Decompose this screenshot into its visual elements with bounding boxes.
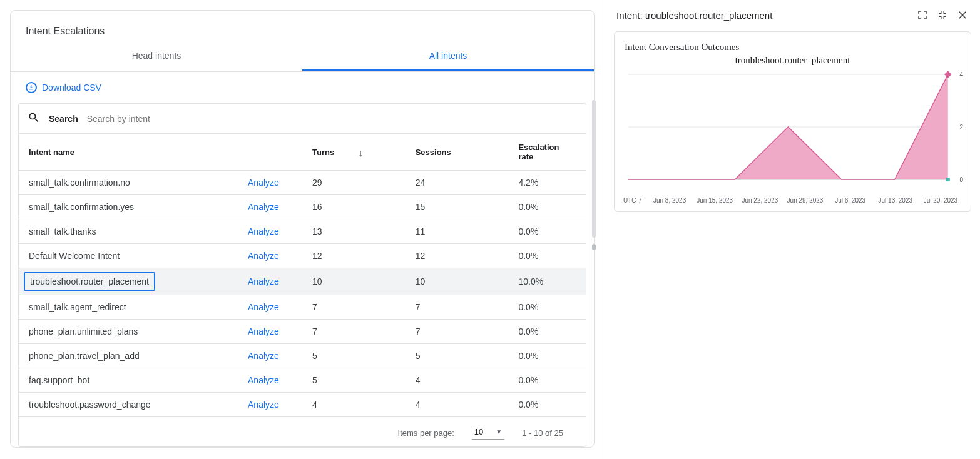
escalation-value: 0.0% — [508, 195, 586, 219]
analyze-link[interactable]: Analyze — [248, 251, 279, 261]
escalation-value: 0.0% — [508, 368, 586, 393]
column-intent-name[interactable]: Intent name — [19, 134, 238, 171]
chart-area: 024 — [622, 71, 963, 196]
turns-value: 10 — [302, 268, 406, 295]
escalation-value: 0.0% — [508, 244, 586, 268]
download-icon — [26, 82, 37, 93]
card-title: Intent Escalations — [11, 11, 594, 42]
x-tick-label: Jun 22, 2023 — [737, 197, 782, 204]
search-icon — [28, 111, 40, 126]
column-turns[interactable]: Turns ↓ — [302, 134, 406, 171]
intent-name: Default Welcome Intent — [29, 251, 120, 261]
table-row[interactable]: troubleshoot.router_placementAnalyze1010… — [19, 268, 586, 295]
sessions-value: 15 — [406, 195, 509, 219]
x-tick-label: Jun 29, 2023 — [782, 197, 827, 204]
escalation-value: 0.0% — [508, 344, 586, 368]
intent-name: phone_plan.unlimited_plans — [29, 326, 138, 336]
column-escalation-rate[interactable]: Escalation rate — [508, 134, 586, 171]
search-label: Search — [49, 114, 78, 124]
table-row[interactable]: faq.support_botAnalyze540.0% — [19, 368, 586, 393]
svg-rect-3 — [944, 71, 951, 78]
scrollbar[interactable] — [592, 100, 596, 238]
table-row[interactable]: small_talk.agent_redirectAnalyze770.0% — [19, 295, 586, 320]
chart-card: Intent Conversation Outcomes troubleshoo… — [614, 31, 971, 212]
fullscreen-icon[interactable] — [916, 9, 929, 21]
page-size-value: 10 — [474, 427, 483, 436]
x-tick-label: Jun 8, 2023 — [647, 197, 692, 204]
column-sessions[interactable]: Sessions — [406, 134, 509, 171]
table-row[interactable]: phone_plan.unlimited_plansAnalyze770.0% — [19, 320, 586, 344]
tabs: Head intents All intents — [11, 42, 594, 72]
analyze-link[interactable]: Analyze — [248, 226, 279, 236]
detail-title: Intent: troubleshoot.router_placement — [616, 10, 909, 21]
analyze-link[interactable]: Analyze — [248, 351, 279, 361]
intent-name: small_talk.agent_redirect — [29, 302, 126, 312]
sort-descending-icon: ↓ — [358, 148, 363, 159]
x-tick-label: Jul 20, 2023 — [918, 197, 963, 204]
intent-name: troubleshoot.password_change — [29, 400, 151, 410]
escalation-value: 0.0% — [508, 393, 586, 417]
analyze-link[interactable]: Analyze — [248, 178, 279, 188]
chart-title: Intent Conversation Outcomes — [622, 42, 963, 53]
turns-value: 5 — [302, 344, 406, 368]
items-per-page-label: Items per page: — [398, 428, 454, 438]
search-input[interactable] — [87, 114, 577, 124]
svg-rect-4 — [946, 178, 950, 181]
close-icon[interactable] — [956, 9, 969, 21]
table-row[interactable]: troubleshoot.password_changeAnalyze440.0… — [19, 393, 586, 417]
analyze-link[interactable]: Analyze — [248, 326, 279, 336]
timezone-label: UTC-7 — [622, 197, 647, 204]
download-csv-label: Download CSV — [42, 83, 101, 93]
intent-name: small_talk.confirmation.yes — [29, 202, 134, 212]
analyze-link[interactable]: Analyze — [248, 302, 279, 312]
page-size-select[interactable]: 10 ▼ — [472, 426, 504, 440]
sessions-value: 4 — [406, 393, 509, 417]
escalation-value: 4.2% — [508, 171, 586, 195]
table-row[interactable]: small_talk.thanksAnalyze13110.0% — [19, 219, 586, 244]
sessions-value: 12 — [406, 244, 509, 268]
turns-value: 7 — [302, 295, 406, 320]
area-chart — [622, 71, 963, 183]
turns-value: 29 — [302, 171, 406, 195]
turns-value: 7 — [302, 320, 406, 344]
tab-all-intents[interactable]: All intents — [302, 42, 594, 71]
intent-name: phone_plan.travel_plan_add — [29, 351, 140, 361]
analyze-link[interactable]: Analyze — [248, 400, 279, 410]
sessions-value: 11 — [406, 219, 509, 244]
escalation-value: 0.0% — [508, 219, 586, 244]
y-tick-label: 4 — [959, 71, 963, 78]
escalation-value: 0.0% — [508, 320, 586, 344]
table-row[interactable]: phone_plan.travel_plan_addAnalyze550.0% — [19, 344, 586, 368]
sessions-value: 4 — [406, 368, 509, 393]
sessions-value: 24 — [406, 171, 509, 195]
intent-name: small_talk.confirmation.no — [29, 178, 130, 188]
scrollbar-thumb[interactable] — [592, 244, 596, 250]
x-tick-label: Jul 6, 2023 — [828, 197, 873, 204]
intent-name: faq.support_bot — [29, 375, 89, 385]
pagination-range: 1 - 10 of 25 — [522, 428, 563, 438]
escalation-value: 10.0% — [508, 268, 586, 295]
detail-panel: Intent: troubleshoot.router_placement In… — [605, 0, 980, 459]
turns-value: 4 — [302, 393, 406, 417]
intent-name: troubleshoot.router_placement — [24, 272, 155, 291]
tab-head-intents[interactable]: Head intents — [11, 42, 302, 71]
exit-fullscreen-icon[interactable] — [936, 9, 949, 21]
search-bar: Search — [18, 103, 586, 133]
table-row[interactable]: Default Welcome IntentAnalyze12120.0% — [19, 244, 586, 268]
table-row[interactable]: small_talk.confirmation.yesAnalyze16150.… — [19, 195, 586, 219]
escalation-value: 0.0% — [508, 295, 586, 320]
download-csv-link[interactable]: Download CSV — [11, 72, 594, 98]
analyze-link[interactable]: Analyze — [248, 202, 279, 212]
turns-value: 5 — [302, 368, 406, 393]
chart-subtitle: troubleshoot.router_placement — [622, 55, 963, 66]
x-axis: UTC-7Jun 8, 2023Jun 15, 2023Jun 22, 2023… — [622, 196, 963, 204]
sessions-value: 10 — [406, 268, 509, 295]
x-tick-label: Jul 13, 2023 — [873, 197, 918, 204]
analyze-link[interactable]: Analyze — [248, 276, 279, 286]
turns-value: 12 — [302, 244, 406, 268]
sessions-value: 7 — [406, 320, 509, 344]
analyze-link[interactable]: Analyze — [248, 375, 279, 385]
table-row[interactable]: small_talk.confirmation.noAnalyze29244.2… — [19, 171, 586, 195]
turns-value: 13 — [302, 219, 406, 244]
column-action — [238, 134, 302, 171]
